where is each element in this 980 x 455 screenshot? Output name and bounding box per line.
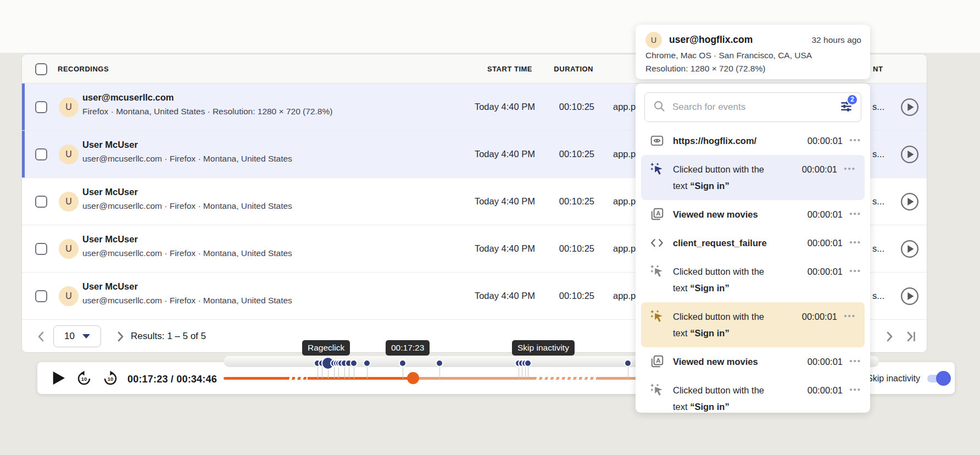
duration-cell: 00:10:25 xyxy=(559,102,594,112)
event-menu-icon[interactable]: ••• xyxy=(843,263,861,279)
event-menu-icon[interactable]: ••• xyxy=(843,353,861,369)
results-count-label: Results: 1 – 5 of 5 xyxy=(131,331,206,342)
event-menu-icon[interactable]: ••• xyxy=(837,161,856,176)
filter-count-badge: 2 xyxy=(847,94,858,106)
start-time-cell: Today 4:40 PM xyxy=(475,196,535,207)
event-menu-icon[interactable]: ••• xyxy=(843,235,861,250)
timeline-event-marker[interactable] xyxy=(524,359,532,367)
skip-inactivity-toggle[interactable] xyxy=(927,375,949,382)
url-cell: app.p xyxy=(613,243,636,254)
avatar: U xyxy=(59,286,79,306)
timeline-event-marker[interactable] xyxy=(436,359,443,367)
event-menu-icon[interactable]: ••• xyxy=(843,132,861,148)
play-button[interactable] xyxy=(49,369,67,387)
timeline-event-marker[interactable] xyxy=(363,359,371,367)
recording-title: User McUser xyxy=(82,140,138,150)
play-recording-button[interactable] xyxy=(900,98,919,116)
event-label: Clicked button with the text “Sign in” xyxy=(673,382,781,413)
events-next-icon[interactable] xyxy=(883,330,897,343)
duration-cell: 00:10:25 xyxy=(559,149,594,159)
skip-inactivity-label: Skip inactivity xyxy=(867,374,920,384)
truncated-cell: s... xyxy=(872,196,884,207)
recording-title: User McUser xyxy=(82,281,138,292)
page-size-value: 10 xyxy=(64,331,75,342)
recording-subtitle: Firefox · Montana, United States · Resol… xyxy=(82,107,332,116)
recording-subtitle: user@mcuserllc.com · Firefox · Montana, … xyxy=(82,296,292,306)
timeline-event-marker[interactable] xyxy=(399,359,407,367)
event-row[interactable]: Clicked button with the text “Sign in” 0… xyxy=(636,257,870,302)
seekbar-played[interactable] xyxy=(308,377,413,380)
row-checkbox[interactable] xyxy=(35,290,47,302)
event-menu-icon[interactable]: ••• xyxy=(843,206,861,221)
recording-title: User McUser xyxy=(82,234,138,245)
avatar: U xyxy=(59,192,79,212)
play-recording-button[interactable] xyxy=(900,145,919,164)
autocapture-click-icon xyxy=(650,309,664,324)
event-label: Viewed new movies xyxy=(673,206,758,223)
start-time-cell: Today 4:40 PM xyxy=(475,291,535,301)
select-all-checkbox[interactable] xyxy=(35,63,47,75)
forward-10-icon[interactable]: 10 xyxy=(102,370,119,387)
svg-text:A: A xyxy=(656,210,660,217)
filter-icon[interactable]: 2 xyxy=(839,99,853,115)
autocapture-click-icon xyxy=(650,383,664,397)
playhead[interactable] xyxy=(407,372,419,384)
chevron-down-icon xyxy=(82,334,90,339)
previous-page-icon[interactable] xyxy=(35,330,48,343)
event-search-box[interactable]: 2 xyxy=(644,92,861,122)
svg-text:A: A xyxy=(656,357,660,364)
event-row[interactable]: A Viewed new movies 00:00:01 ••• xyxy=(636,347,870,376)
seekbar-inactivity-remaining[interactable] xyxy=(534,377,599,380)
event-row[interactable]: A Viewed new movies 00:00:01 ••• xyxy=(636,200,870,229)
seekbar-inactivity-played[interactable] xyxy=(287,377,308,380)
row-checkbox[interactable] xyxy=(35,196,47,208)
truncated-cell: s... xyxy=(872,291,884,301)
event-menu-icon[interactable]: ••• xyxy=(843,382,861,397)
page-size-dropdown[interactable]: 10 xyxy=(53,325,101,347)
event-row[interactable]: https://hogflix.com/ 00:00:01 ••• xyxy=(636,126,870,155)
row-checkbox[interactable] xyxy=(35,243,47,255)
avatar: U xyxy=(59,239,79,259)
timeline-event-marker[interactable] xyxy=(350,359,358,367)
code-event-icon xyxy=(650,236,664,250)
row-checkbox[interactable] xyxy=(35,101,47,113)
timeline-event-marker[interactable] xyxy=(624,359,632,367)
session-user-card: U user@hogflix.com 32 hours ago Chrome, … xyxy=(636,25,870,79)
session-meta-resolution: Resolution: 1280 × 720 (72.8%) xyxy=(645,64,765,74)
event-time: 00:00:01 xyxy=(802,161,837,177)
avatar: U xyxy=(645,32,662,48)
seekbar-remaining[interactable] xyxy=(413,377,534,380)
search-icon xyxy=(653,99,666,115)
next-page-icon[interactable] xyxy=(114,330,127,343)
svg-text:10: 10 xyxy=(81,376,87,382)
event-label: Viewed new movies xyxy=(673,353,758,370)
event-time: 00:00:01 xyxy=(802,308,837,325)
event-time: 00:00:01 xyxy=(808,132,843,149)
duration-cell: 00:10:25 xyxy=(559,196,594,207)
play-recording-button[interactable] xyxy=(900,240,919,258)
recording-title: user@mcuserllc.com xyxy=(82,92,174,103)
events-last-icon[interactable] xyxy=(904,330,918,343)
svg-text:10: 10 xyxy=(108,376,113,382)
event-label: client_request_failure xyxy=(673,235,767,251)
event-row[interactable]: Clicked button with the text “Sign in” 0… xyxy=(636,376,870,413)
event-time: 00:00:01 xyxy=(808,382,843,398)
play-recording-button[interactable] xyxy=(900,287,919,306)
event-label: Clicked button with the text “Sign in” xyxy=(673,263,781,296)
row-checkbox[interactable] xyxy=(35,148,47,160)
url-cell: app.p xyxy=(613,291,636,301)
url-cell: app.p xyxy=(613,196,636,207)
skip-inactivity-tooltip: Skip inactivity xyxy=(512,340,575,356)
seekbar-played[interactable] xyxy=(224,377,287,380)
rageclick-tooltip: Rageclick xyxy=(302,340,350,356)
autocapture-click-icon xyxy=(650,264,664,279)
play-recording-button[interactable] xyxy=(900,192,919,211)
truncated-cell: s... xyxy=(872,243,884,254)
search-input[interactable] xyxy=(672,102,833,113)
event-row[interactable]: client_request_failure 00:00:01 ••• xyxy=(636,229,870,257)
event-row-highlighted[interactable]: Clicked button with the text “Sign in” 0… xyxy=(641,302,865,347)
event-menu-icon[interactable]: ••• xyxy=(837,308,856,324)
rewind-10-icon[interactable]: 10 xyxy=(76,370,92,387)
event-row-active[interactable]: Clicked button with the text “Sign in” 0… xyxy=(641,155,865,200)
column-header-duration: DURATION xyxy=(554,65,593,73)
